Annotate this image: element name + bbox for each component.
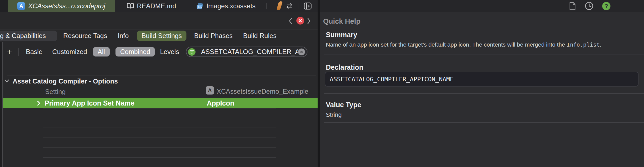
divider	[113, 48, 113, 56]
filter-icon[interactable]	[188, 48, 196, 56]
build-settings-filter-bar: + Basic Customized All Combined Levels A…	[0, 42, 318, 62]
xcode-window: A XCAssetsIss...o.xcodeproj README.md	[0, 0, 644, 167]
scope-combined[interactable]: Combined	[115, 47, 155, 56]
xcodeproj-icon: A	[17, 2, 25, 10]
chevron-right-icon[interactable]	[307, 17, 311, 25]
section-separator	[324, 93, 644, 94]
section-header: Asset Catalog Compiler - Options	[13, 77, 118, 85]
summary-text-period: .	[600, 41, 601, 48]
column-divider[interactable]	[203, 87, 203, 96]
summary-text-plain: Name of an app icon set for the target's…	[326, 41, 567, 48]
tab-xcodeproj[interactable]: A XCAssetsIss...o.xcodeproj	[8, 0, 115, 12]
panel-title: Quick Help	[323, 17, 360, 26]
clipped-orange-icon	[277, 1, 283, 11]
chevron-down-icon[interactable]	[4, 79, 9, 83]
tab-resource-tags[interactable]: Resource Tags	[63, 30, 107, 42]
tab-info[interactable]: Info	[118, 30, 129, 42]
setting-row-primary-app-icon[interactable]: Primary App Icon Set Name AppIcon	[3, 98, 318, 108]
file-inspector-icon[interactable]	[569, 2, 576, 10]
scope-basic[interactable]: Basic	[26, 42, 42, 62]
setting-name: Primary App Icon Set Name	[45, 98, 134, 108]
section-separator	[324, 55, 644, 55]
tab-label: README.md	[137, 2, 176, 10]
summary-text: Name of an app icon set for the target's…	[326, 41, 601, 48]
photos-icon	[196, 2, 203, 10]
empty-row-separator	[43, 157, 276, 158]
tab-signing-capabilities[interactable]: ing & Capabilities	[0, 31, 57, 41]
editor-tab-bar: A XCAssetsIss...o.xcodeproj README.md	[0, 0, 644, 12]
app-target-icon: A	[206, 86, 214, 95]
clear-icon[interactable]	[298, 49, 305, 55]
history-inspector-icon[interactable]	[585, 2, 593, 10]
scope-levels[interactable]: Levels	[160, 42, 179, 62]
summary-heading: Summary	[326, 31, 357, 39]
tab-label: Images.xcassets	[207, 2, 256, 10]
error-badge-icon[interactable]	[296, 17, 304, 25]
scope-all[interactable]: All	[93, 47, 110, 56]
divider	[7, 75, 316, 76]
summary-text-code: Info.plist	[567, 41, 600, 48]
declaration-box: ASSETCATALOG_COMPILER_APPICON_NAME	[325, 72, 639, 87]
quick-help-icon[interactable]: ?	[602, 2, 610, 10]
declaration-code: ASSETCATALOG_COMPILER_APPICON_NAME	[330, 76, 453, 83]
search-input[interactable]: ASSETCATALOG_COMPILER_APPIC	[201, 48, 298, 56]
column-header-target: XCAssetsIssueDemo_Example	[217, 88, 308, 95]
empty-row-separator	[43, 128, 276, 128]
project-tab-bar: ing & Capabilities Resource Tags Info Bu…	[0, 30, 318, 42]
empty-row-separator	[43, 118, 276, 118]
tab-build-settings[interactable]: Build Settings	[137, 31, 186, 41]
tab-build-phases[interactable]: Build Phases	[194, 30, 233, 42]
chevron-right-icon[interactable]	[37, 101, 40, 106]
header-separator	[43, 97, 278, 97]
scope-customized[interactable]: Customized	[52, 42, 87, 62]
tab-xcassets[interactable]: Images.xcassets	[185, 0, 266, 12]
build-settings-table: Asset Catalog Compiler - Options Setting…	[0, 62, 318, 167]
empty-row-separator	[43, 138, 276, 138]
row-separator	[43, 109, 276, 109]
tab-label: XCAssetsIss...o.xcodeproj	[28, 2, 105, 10]
settings-search-field[interactable]: ASSETCATALOG_COMPILER_APPIC	[186, 47, 307, 57]
add-editor-icon[interactable]	[303, 1, 312, 11]
tab-readme[interactable]: README.md	[118, 0, 185, 12]
empty-row-separator	[43, 147, 276, 148]
tab-label: Build Settings	[142, 32, 182, 40]
chevron-left-icon[interactable]	[288, 17, 293, 25]
section-separator	[324, 122, 644, 123]
tab-bar-left-pad	[0, 0, 8, 12]
quick-help-panel: Quick Help Summary Name of an app icon s…	[320, 12, 644, 167]
divider	[18, 48, 19, 56]
column-header-setting: Setting	[45, 88, 66, 96]
tab-separator	[299, 3, 299, 9]
value-type-heading: Value Type	[326, 101, 361, 109]
tab-label: ing & Capabilities	[0, 32, 46, 40]
add-setting-button[interactable]: +	[7, 42, 12, 62]
value-type: String	[326, 111, 342, 118]
tab-separator	[266, 3, 267, 9]
editor-inspector-divider[interactable]	[318, 0, 320, 167]
collapsed-navigator-edge[interactable]	[0, 42, 3, 167]
book-icon	[127, 3, 134, 9]
declaration-heading: Declaration	[326, 63, 363, 71]
setting-value[interactable]: AppIcon	[207, 98, 234, 108]
jump-bar	[0, 12, 318, 30]
swap-editors-icon[interactable]	[285, 2, 294, 10]
tab-build-rules[interactable]: Build Rules	[243, 30, 276, 42]
